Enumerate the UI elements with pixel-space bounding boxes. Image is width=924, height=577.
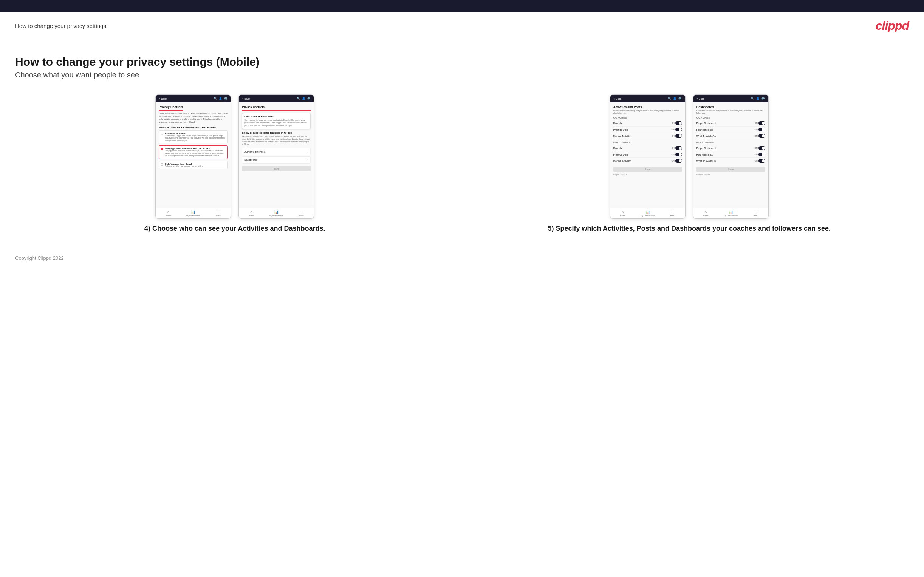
coaches-drills-toggle[interactable]: ON bbox=[672, 127, 682, 131]
coaches-manual-toggle[interactable]: ON bbox=[672, 134, 682, 138]
phone-nav-icons-4: 🔍 👤 ⚙️ bbox=[751, 97, 765, 100]
nav-menu-2[interactable]: ☰ Menu bbox=[289, 210, 314, 217]
nav-home-2[interactable]: ⌂ Home bbox=[239, 210, 264, 217]
coaches-player-dash-label: Player Dashboard bbox=[696, 122, 716, 125]
show-hide-title: Show or hide specific features in Clippd bbox=[242, 131, 311, 134]
toggle-switch-f-wtw[interactable] bbox=[758, 159, 765, 163]
back-button-4[interactable]: < Back bbox=[696, 97, 705, 100]
people-icon-2[interactable]: 👤 bbox=[302, 97, 305, 100]
followers-rounds-3[interactable]: Rounds ON bbox=[613, 145, 682, 152]
toggle-switch-f-manual[interactable] bbox=[675, 159, 682, 163]
nav-performance-1[interactable]: 📊 My Performance bbox=[181, 210, 205, 217]
option-everyone-text: Everyone on Clippd Everyone on Clippd ca… bbox=[165, 132, 226, 142]
phone-nav-icons-3: 🔍 👤 ⚙️ bbox=[668, 97, 682, 100]
followers-rounds-toggle[interactable]: ON bbox=[672, 146, 682, 150]
coaches-label-4: COACHES bbox=[696, 116, 765, 119]
search-icon-4[interactable]: 🔍 bbox=[751, 97, 755, 100]
coaches-round-insights-label: Round Insights bbox=[696, 128, 713, 131]
right-section: < Back 🔍 👤 ⚙️ Activities and Posts Selec… bbox=[470, 94, 909, 233]
save-btn-3[interactable]: Save bbox=[613, 166, 682, 172]
nav-home-4[interactable]: ⌂ Home bbox=[693, 210, 719, 217]
phone-screen-3: < Back 🔍 👤 ⚙️ Activities and Posts Selec… bbox=[610, 94, 685, 219]
dashboards-item[interactable]: Dashboards › bbox=[242, 156, 311, 163]
nav-home-3[interactable]: ⌂ Home bbox=[610, 210, 635, 217]
home-label-2: Home bbox=[249, 214, 254, 217]
phone-screen-2: < Back 🔍 👤 ⚙️ Privacy Controls Only You … bbox=[239, 94, 314, 219]
people-icon-1[interactable]: 👤 bbox=[218, 97, 222, 100]
toggle-switch-c-rounds[interactable] bbox=[675, 121, 682, 125]
followers-manual-3[interactable]: Manual Activities ON bbox=[613, 158, 682, 164]
settings-icon-1[interactable]: ⚙️ bbox=[224, 97, 228, 100]
followers-round-insights[interactable]: Round Insights ON bbox=[696, 152, 765, 158]
back-button-3[interactable]: < Back bbox=[613, 97, 622, 100]
followers-manual-toggle[interactable]: ON bbox=[672, 159, 682, 163]
toggle-switch-f-drills[interactable] bbox=[675, 153, 682, 156]
coaches-manual-3[interactable]: Manual Activities ON bbox=[613, 133, 682, 139]
coaches-rounds-3[interactable]: Rounds ON bbox=[613, 120, 682, 126]
followers-what-to-work[interactable]: What To Work On ON bbox=[696, 158, 765, 164]
toggle-switch-c-manual[interactable] bbox=[675, 134, 682, 138]
option-everyone[interactable]: Everyone on Clippd Everyone on Clippd ca… bbox=[159, 130, 228, 144]
nav-menu-3[interactable]: ☰ Menu bbox=[660, 210, 685, 217]
coaches-round-insights[interactable]: Round Insights ON bbox=[696, 126, 765, 133]
toggle-switch-c-wtw[interactable] bbox=[758, 134, 765, 138]
followers-player-dash-toggle[interactable]: ON bbox=[755, 146, 765, 150]
show-hide-text: Regardless of the privacy controls that … bbox=[242, 135, 311, 146]
settings-icon-3[interactable]: ⚙️ bbox=[678, 97, 682, 100]
coaches-what-to-work[interactable]: What To Work On ON bbox=[696, 133, 765, 139]
performance-icon-2: 📊 bbox=[274, 210, 278, 214]
dashboards-label: Dashboards bbox=[244, 159, 257, 161]
toggle-switch-f-ri[interactable] bbox=[758, 153, 765, 156]
nav-performance-2[interactable]: 📊 My Performance bbox=[264, 210, 289, 217]
bottom-nav-4: ⌂ Home 📊 My Performance ☰ Menu bbox=[693, 208, 768, 218]
option-approved[interactable]: Only Approved Followers and Your Coach O… bbox=[159, 145, 228, 159]
toggle-switch-f-pdash[interactable] bbox=[758, 146, 765, 150]
back-button-2[interactable]: < Back bbox=[242, 97, 250, 100]
save-btn-4[interactable]: Save bbox=[696, 166, 765, 172]
nav-menu-4[interactable]: ☰ Menu bbox=[743, 210, 768, 217]
save-btn-2[interactable]: Save bbox=[242, 166, 311, 171]
phone-nav-icons-1: 🔍 👤 ⚙️ bbox=[213, 97, 228, 100]
caption-5: 5) Specify which Activities, Posts and D… bbox=[470, 225, 909, 233]
followers-what-to-work-toggle[interactable]: ON bbox=[755, 159, 765, 163]
back-button-1[interactable]: < Back bbox=[159, 97, 167, 100]
option-coach-only[interactable]: Only You and Your Coach Only you and the… bbox=[159, 161, 228, 169]
settings-icon-2[interactable]: ⚙️ bbox=[307, 97, 311, 100]
followers-player-dash[interactable]: Player Dashboard ON bbox=[696, 145, 765, 152]
toggle-switch-f-rounds[interactable] bbox=[675, 146, 682, 150]
coaches-drills-3[interactable]: Practice Drills ON bbox=[613, 126, 682, 133]
coaches-what-to-work-toggle[interactable]: ON bbox=[755, 134, 765, 138]
toggle-switch-c-pdash[interactable] bbox=[758, 121, 765, 125]
toggle-switch-c-ri[interactable] bbox=[758, 127, 765, 131]
followers-drills-toggle[interactable]: ON bbox=[672, 153, 682, 156]
screen1-section: Who Can See Your Activities and Dashboar… bbox=[159, 126, 228, 129]
nav-menu-1[interactable]: ☰ Menu bbox=[205, 210, 231, 217]
nav-home-1[interactable]: ⌂ Home bbox=[156, 210, 181, 217]
toggle-switch-c-drills[interactable] bbox=[675, 127, 682, 131]
coaches-player-dash-toggle[interactable]: ON bbox=[755, 121, 765, 125]
followers-drills-3[interactable]: Practice Drills ON bbox=[613, 152, 682, 158]
dashboards-desc: Select the dashboards that you'd like to… bbox=[696, 110, 765, 114]
left-section: < Back 🔍 👤 ⚙️ Privacy Controls Control h… bbox=[15, 94, 455, 233]
screen1-title: Privacy Controls bbox=[159, 105, 183, 111]
search-icon-2[interactable]: 🔍 bbox=[296, 97, 300, 100]
coaches-round-insights-toggle[interactable]: ON bbox=[755, 127, 765, 131]
coaches-player-dash[interactable]: Player Dashboard ON bbox=[696, 120, 765, 126]
people-icon-4[interactable]: 👤 bbox=[756, 97, 760, 100]
activities-posts-item[interactable]: Activities and Posts › bbox=[242, 148, 311, 155]
nav-performance-4[interactable]: 📊 My Performance bbox=[719, 210, 743, 217]
menu-icon-2: ☰ bbox=[300, 210, 303, 214]
phones-row-right: < Back 🔍 👤 ⚙️ Activities and Posts Selec… bbox=[470, 94, 909, 219]
performance-icon-1: 📊 bbox=[191, 210, 195, 214]
followers-round-insights-toggle[interactable]: ON bbox=[755, 153, 765, 156]
phone-navbar-2: < Back 🔍 👤 ⚙️ bbox=[239, 95, 314, 102]
people-icon-3[interactable]: 👤 bbox=[673, 97, 677, 100]
nav-performance-3[interactable]: 📊 My Performance bbox=[635, 210, 660, 217]
settings-icon-4[interactable]: ⚙️ bbox=[761, 97, 765, 100]
search-icon-3[interactable]: 🔍 bbox=[668, 97, 672, 100]
coaches-rounds-label: Rounds bbox=[613, 122, 622, 125]
phone-content-1: Privacy Controls Control how you and you… bbox=[156, 102, 231, 208]
coaches-rounds-toggle[interactable]: ON bbox=[672, 121, 682, 125]
phone-content-3: Activities and Posts Select the types of… bbox=[610, 102, 685, 208]
search-icon-1[interactable]: 🔍 bbox=[213, 97, 217, 100]
